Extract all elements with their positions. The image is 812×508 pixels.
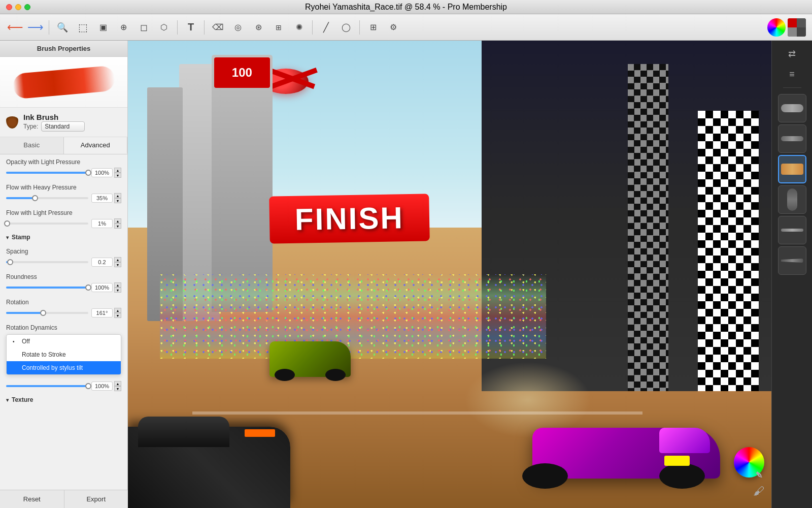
text-tool[interactable]: T bbox=[182, 18, 200, 37]
paint-tool-2[interactable]: 🖌 bbox=[753, 485, 764, 498]
rotation-dynamics-dropdown[interactable]: • Off Rotate to Stroke Controlled by sty… bbox=[6, 334, 121, 375]
brush-thumb-3[interactable] bbox=[778, 155, 806, 183]
spacing-down[interactable]: ▼ bbox=[114, 262, 121, 267]
canvas[interactable]: 100 FINISH bbox=[128, 41, 771, 508]
reset-button[interactable]: Reset bbox=[0, 490, 64, 508]
toolbar: ⟵ ⟶ 🔍 ⬚ ▣ ⊕ ◻ ⬡ T ⌫ ◎ ⊛ ⊞ ✺ ╱ ◯ ⊞ ⚙ bbox=[0, 14, 812, 41]
brush-thumb-2[interactable] bbox=[778, 124, 806, 153]
rotation-slider[interactable] bbox=[6, 312, 88, 314]
texture-section-header[interactable]: ▾ Texture bbox=[0, 393, 127, 406]
color-wheel[interactable] bbox=[767, 18, 786, 37]
spacing-value[interactable]: 0.2 bbox=[91, 258, 113, 267]
texture-label: Texture bbox=[12, 396, 33, 403]
dynamics-down[interactable]: ▼ bbox=[114, 386, 121, 391]
brush-type-select[interactable]: Standard Airbrush Watercolor bbox=[41, 121, 85, 132]
flow-light-slider[interactable] bbox=[6, 223, 88, 225]
rotation-arrows[interactable]: ▲ ▼ bbox=[114, 308, 121, 318]
canvas-area[interactable]: 100 FINISH bbox=[128, 41, 771, 508]
minimize-button[interactable] bbox=[15, 4, 21, 10]
opacity-light-slider[interactable] bbox=[6, 172, 88, 174]
dynamics-thumb[interactable] bbox=[85, 383, 91, 389]
spacing-slider[interactable] bbox=[6, 261, 88, 263]
dynamics-arrows[interactable]: ▲ ▼ bbox=[114, 381, 121, 391]
flow-heavy-up[interactable]: ▲ bbox=[114, 193, 121, 198]
brush-thumb-5[interactable] bbox=[778, 216, 806, 244]
dynamics-up[interactable]: ▲ bbox=[114, 381, 121, 386]
flow-heavy-value[interactable]: 35% bbox=[91, 194, 113, 203]
redo-button[interactable]: ⟶ bbox=[26, 18, 45, 37]
close-button[interactable] bbox=[6, 4, 12, 10]
opacity-light-down[interactable]: ▼ bbox=[114, 173, 121, 178]
maximize-button[interactable] bbox=[24, 4, 30, 10]
flow-heavy-control: Flow with Heavy Pressure 35% ▲ ▼ bbox=[0, 180, 127, 205]
roundness-down[interactable]: ▼ bbox=[114, 288, 121, 293]
opacity-light-up[interactable]: ▲ bbox=[114, 168, 121, 173]
opacity-light-thumb[interactable] bbox=[85, 170, 91, 176]
toolbar-separator-5 bbox=[359, 20, 360, 35]
flow-light-up[interactable]: ▲ bbox=[114, 218, 121, 224]
export-button[interactable]: Export bbox=[64, 490, 128, 508]
spacing-up[interactable]: ▲ bbox=[114, 257, 121, 262]
flow-heavy-thumb[interactable] bbox=[32, 195, 38, 201]
flow-light-value[interactable]: 1% bbox=[91, 219, 113, 228]
paint-tool-1[interactable]: ✒ bbox=[751, 467, 766, 483]
spacing-arrows[interactable]: ▲ ▼ bbox=[114, 257, 121, 267]
pen-tool[interactable]: ╱ bbox=[317, 18, 335, 37]
select-rect-tool[interactable]: ⬚ bbox=[74, 18, 92, 37]
eraser-tool[interactable]: ⌫ bbox=[209, 18, 227, 37]
undo-button[interactable]: ⟵ bbox=[6, 18, 24, 37]
zoom-tool[interactable]: 🔍 bbox=[53, 18, 72, 37]
fill-tool[interactable]: ⬡ bbox=[155, 18, 173, 37]
roundness-slider[interactable] bbox=[6, 287, 88, 289]
spacing-label: Spacing bbox=[6, 248, 121, 255]
opacity-light-arrows[interactable]: ▲ ▼ bbox=[114, 168, 121, 178]
roundness-fill bbox=[6, 287, 88, 289]
dynamics-value[interactable]: 100% bbox=[91, 382, 113, 391]
tool-grid[interactable] bbox=[788, 18, 806, 37]
opacity-light-value[interactable]: 100% bbox=[91, 168, 113, 177]
spacer bbox=[0, 406, 127, 447]
brush-thumb-1[interactable] bbox=[778, 94, 806, 122]
roundness-thumb[interactable] bbox=[85, 284, 91, 291]
warp-tool[interactable]: ⊛ bbox=[249, 18, 267, 37]
transform-tool[interactable]: ⊕ bbox=[114, 18, 132, 37]
liquify-tool[interactable]: ✺ bbox=[290, 18, 308, 37]
brush-size-tool[interactable]: ⊞ bbox=[364, 18, 382, 37]
adjust-tool[interactable]: ⚙ bbox=[384, 18, 402, 37]
flow-heavy-slider[interactable] bbox=[6, 197, 88, 199]
crop-tool[interactable]: ▣ bbox=[94, 18, 112, 37]
panel-icon-1[interactable]: ⇄ bbox=[783, 45, 801, 63]
spacing-control: Spacing 0.2 ▲ ▼ bbox=[0, 244, 127, 269]
flow-light-thumb[interactable] bbox=[4, 220, 10, 227]
panel-icon-2[interactable]: ≡ bbox=[783, 65, 801, 83]
dropdown-item-rotate-stroke[interactable]: Rotate to Stroke bbox=[7, 348, 121, 361]
window-controls[interactable] bbox=[6, 4, 30, 10]
brush-thumb-4[interactable] bbox=[778, 185, 806, 214]
rotation-thumb[interactable] bbox=[40, 310, 46, 316]
brush-thumb-6[interactable] bbox=[778, 246, 806, 275]
dropdown-label-stylus-tilt: Controlled by stylus tilt bbox=[22, 364, 83, 371]
tab-basic[interactable]: Basic bbox=[0, 137, 64, 154]
tab-advanced[interactable]: Advanced bbox=[64, 137, 128, 154]
flow-light-down[interactable]: ▼ bbox=[114, 224, 121, 229]
stamp-section-header[interactable]: ▾ Stamp bbox=[0, 231, 127, 244]
select-shape-tool[interactable]: ◻ bbox=[134, 18, 153, 37]
flow-heavy-arrows[interactable]: ▲ ▼ bbox=[114, 193, 121, 203]
stamp-tool[interactable]: ◎ bbox=[229, 18, 247, 37]
flow-heavy-down[interactable]: ▼ bbox=[114, 198, 121, 203]
roundness-up[interactable]: ▲ bbox=[114, 282, 121, 288]
rotation-up[interactable]: ▲ bbox=[114, 308, 121, 313]
dropdown-item-off[interactable]: • Off bbox=[7, 335, 121, 348]
opacity-light-value-box: 100% ▲ ▼ bbox=[91, 168, 121, 178]
mesh-tool[interactable]: ⊞ bbox=[269, 18, 288, 37]
roundness-value[interactable]: 100% bbox=[91, 283, 113, 292]
rotation-down[interactable]: ▼ bbox=[114, 313, 121, 318]
roundness-arrows[interactable]: ▲ ▼ bbox=[114, 282, 121, 293]
roundness-control: Roundness 100% ▲ ▼ bbox=[0, 269, 127, 295]
dropdown-item-stylus-tilt[interactable]: Controlled by stylus tilt bbox=[7, 361, 121, 374]
dynamics-slider[interactable] bbox=[6, 385, 88, 387]
shape-tool[interactable]: ◯ bbox=[337, 18, 355, 37]
flow-light-arrows[interactable]: ▲ ▼ bbox=[114, 218, 121, 229]
spacing-thumb[interactable] bbox=[7, 259, 13, 265]
rotation-value[interactable]: 161° bbox=[91, 308, 113, 318]
